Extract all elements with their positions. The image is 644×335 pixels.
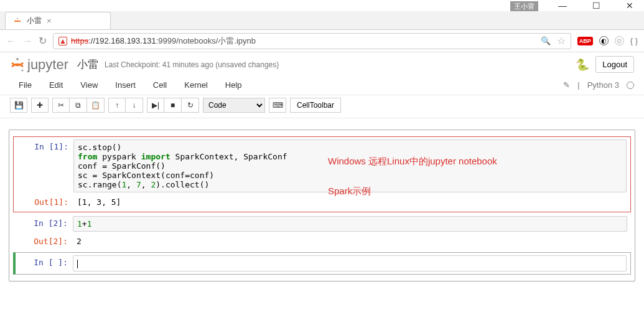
jupyter-favicon-icon: [13, 17, 22, 26]
cell-type-select[interactable]: Code: [203, 98, 265, 113]
kernel-name[interactable]: Python 3: [587, 80, 619, 90]
annotation-text: Spark示例: [328, 186, 371, 197]
browser-url-bar: ← → ↻ ▲ https://192.168.193.131:9999/not…: [0, 30, 644, 52]
move-down-button[interactable]: ↓: [126, 98, 143, 113]
code-input[interactable]: [73, 255, 627, 271]
jupyter-logo[interactable]: jupyter: [10, 57, 68, 73]
cursor-icon: [77, 260, 78, 268]
menu-help[interactable]: Help: [217, 78, 251, 92]
svg-point-0: [17, 18, 18, 19]
checkpoint-status: Last Checkpoint: 41 minutes ago (unsaved…: [105, 60, 279, 69]
cut-button[interactable]: ✂: [52, 98, 70, 113]
run-button[interactable]: ▶|: [147, 98, 164, 113]
menu-edit[interactable]: Edit: [40, 78, 72, 92]
code-input[interactable]: 1+1: [73, 216, 627, 232]
extension-icons: ABP ◐ ⊙ { }: [577, 36, 638, 45]
notebook-container: In [1]: sc.stop() from pyspark import Sp…: [9, 130, 635, 281]
menu-cell[interactable]: Cell: [144, 78, 175, 92]
notebook-area: In [1]: sc.stop() from pyspark import Sp…: [0, 118, 644, 293]
jupyter-app: jupyter 小雷 Last Checkpoint: 41 minutes a…: [0, 52, 644, 293]
close-button[interactable]: ✕: [620, 1, 639, 11]
notebook-name[interactable]: 小雷: [77, 57, 98, 72]
paste-button[interactable]: 📋: [87, 98, 105, 113]
menu-kernel[interactable]: Kernel: [175, 78, 217, 92]
copy-button[interactable]: ⧉: [70, 98, 87, 113]
back-button[interactable]: ←: [6, 35, 16, 47]
extension-icon[interactable]: ⊙: [615, 36, 624, 45]
jupyter-header: jupyter 小雷 Last Checkpoint: 41 minutes a…: [0, 52, 644, 75]
menu-view[interactable]: View: [72, 78, 106, 92]
output-prompt: Out[2]:: [17, 234, 73, 248]
annotation-text: Windows 远程Linux中的jupyter notebook: [328, 156, 497, 168]
browser-tab[interactable]: 小雷 ×: [5, 12, 111, 29]
url-text: https://192.168.193.131:9999/notebooks/小…: [71, 35, 256, 47]
insecure-warning-icon: ▲: [58, 37, 67, 45]
restart-button[interactable]: ↻: [182, 98, 199, 113]
code-cell[interactable]: In [2]: 1+1 Out[2]: 2: [13, 214, 631, 251]
svg-point-2: [22, 69, 24, 71]
menu-bar: File Edit View Insert Cell Kernel Help ✎…: [0, 75, 644, 95]
python-logo-icon: [576, 58, 589, 72]
input-prompt: In [ ]:: [17, 255, 73, 271]
code-cell[interactable]: In [1]: sc.stop() from pyspark import Sp…: [13, 136, 631, 212]
stop-button[interactable]: ■: [164, 98, 182, 113]
toolbar: 💾 ✚ ✂ ⧉ 📋 ↑ ↓ ▶| ■ ↻ Code ⌨ CellToolbar: [0, 95, 644, 118]
minimize-button[interactable]: —: [553, 1, 572, 11]
tab-title: 小雷: [27, 16, 42, 26]
cell-output: 2: [73, 234, 627, 248]
logout-button[interactable]: Logout: [595, 56, 634, 73]
extension-icon[interactable]: ◐: [599, 36, 609, 45]
input-prompt: In [2]:: [17, 216, 73, 232]
url-field[interactable]: ▲ https://192.168.193.131:9999/notebooks…: [53, 33, 571, 49]
add-cell-button[interactable]: ✚: [31, 98, 49, 113]
command-palette-button[interactable]: ⌨: [269, 98, 286, 113]
bookmark-star-icon[interactable]: ☆: [557, 35, 566, 47]
maximize-button[interactable]: ☐: [587, 1, 605, 11]
code-cell-active[interactable]: In [ ]:: [13, 252, 631, 275]
output-prompt: Out[1]:: [17, 195, 73, 209]
reload-button[interactable]: ↻: [39, 35, 47, 47]
jupyter-logo-text: jupyter: [27, 57, 68, 73]
save-button[interactable]: 💾: [10, 98, 27, 113]
menu-file[interactable]: File: [10, 78, 40, 92]
abp-extension-icon[interactable]: ABP: [577, 37, 593, 45]
browser-tab-bar: 小雷 ×: [0, 11, 644, 30]
input-prompt: In [1]:: [17, 139, 73, 192]
celltoolbar-button[interactable]: CellToolbar: [290, 98, 341, 113]
forward-button[interactable]: →: [22, 35, 32, 47]
move-up-button[interactable]: ↑: [108, 98, 126, 113]
jupyter-logo-icon: [10, 57, 25, 72]
menu-insert[interactable]: Insert: [106, 78, 144, 92]
braces-extension-icon[interactable]: { }: [630, 36, 638, 45]
search-icon[interactable]: 🔍: [541, 36, 551, 45]
kernel-status-icon: [627, 82, 634, 89]
window-titlebar: 王小雷 — ☐ ✕: [0, 0, 644, 11]
svg-point-1: [16, 58, 19, 60]
tab-close-icon[interactable]: ×: [47, 16, 52, 26]
user-badge: 王小雷: [510, 1, 538, 12]
edit-mode-icon: ✎: [563, 80, 570, 90]
